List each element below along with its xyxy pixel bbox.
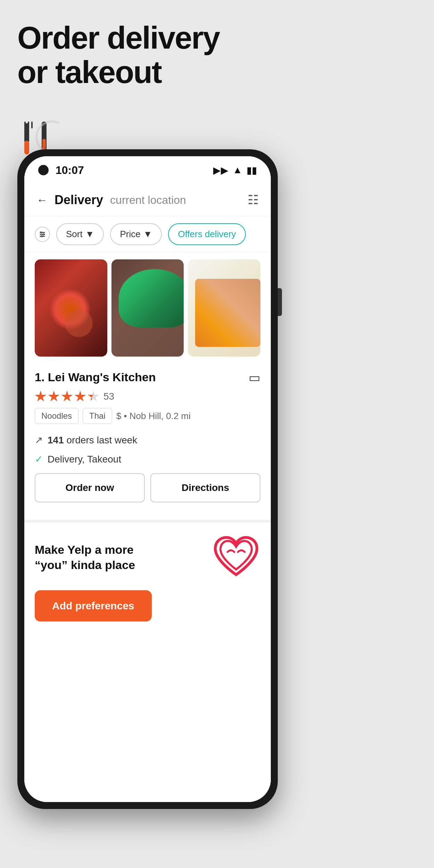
status-time: 10:07: [56, 164, 84, 177]
svg-rect-1: [24, 122, 26, 128]
directions-button[interactable]: Directions: [150, 473, 260, 502]
orders-text: 141 orders last week: [48, 435, 137, 446]
dot-separator: •: [124, 411, 129, 421]
hero-line2: or takeout: [17, 55, 219, 90]
promo-section: Make Yelp a more “you” kinda place A: [24, 520, 271, 632]
chevron-down-icon: ▼: [85, 229, 94, 240]
status-icons: ▶▶ ▲ ▮▮: [213, 165, 257, 176]
restaurant-info: 1. Lei Wang's Kitchen ▭ 5: [24, 364, 271, 516]
promo-text: Make Yelp a more “you” kinda place: [35, 542, 135, 573]
star-1: [35, 391, 47, 402]
phone-power-button: [278, 288, 282, 316]
orders-row: ↗ 141 orders last week: [35, 430, 260, 450]
offers-delivery-button[interactable]: Offers delivery: [168, 223, 245, 245]
header-title: Delivery: [55, 193, 103, 207]
orders-period: last week: [97, 435, 137, 445]
svg-point-7: [36, 122, 59, 153]
restaurant-location: $ • Nob Hill, 0.2 mi: [116, 411, 191, 422]
hero-line1: Order delivery: [17, 21, 219, 55]
star-4: [74, 391, 86, 402]
tag-thai[interactable]: Thai: [83, 408, 112, 424]
orders-count: 141: [48, 435, 64, 445]
phone-frame: 10:07 ▶▶ ▲ ▮▮ ← Delivery current locatio…: [17, 149, 278, 809]
food-image-3[interactable]: [188, 259, 260, 357]
filter-options-button[interactable]: [35, 227, 50, 242]
camera-dot: [38, 165, 49, 175]
food-images-row: [24, 252, 271, 364]
rating-count: 53: [103, 391, 114, 402]
star-5-half: [87, 391, 99, 402]
delivery-takeout-text: Delivery, Takeout: [48, 454, 121, 465]
svg-point-12: [43, 234, 44, 235]
star-rating: [35, 391, 99, 402]
header-location: current location: [110, 194, 186, 207]
status-bar-left: 10:07: [38, 164, 84, 177]
orders-label: orders: [67, 435, 94, 445]
price-indicator: $: [116, 411, 121, 421]
header: ← Delivery current location ☷: [24, 184, 271, 216]
promo-line1: Make Yelp a more: [35, 542, 135, 557]
area-distance: Nob Hill, 0.2 mi: [130, 411, 191, 421]
tags-row: Noodles Thai $ • Nob Hill, 0.2 mi: [35, 408, 260, 424]
yelp-heart-icon: [212, 535, 260, 580]
battery-icon: ▮▮: [247, 165, 257, 176]
bookmark-button[interactable]: ▭: [249, 370, 260, 385]
tag-noodles[interactable]: Noodles: [35, 408, 78, 424]
action-buttons: Order now Directions: [35, 473, 260, 509]
promo-line2: “you” kinda place: [35, 557, 135, 573]
wifi-icon: ▶▶: [213, 165, 228, 176]
signal-icon: ▲: [233, 165, 242, 176]
star-3: [61, 391, 73, 402]
add-preferences-button[interactable]: Add preferences: [35, 590, 152, 621]
food-image-2[interactable]: [111, 259, 184, 357]
restaurant-number: 1.: [35, 370, 44, 384]
price-button[interactable]: Price ▼: [110, 223, 162, 245]
svg-point-11: [41, 232, 42, 233]
filter-bar: Sort ▼ Price ▼ Offers delivery: [24, 216, 271, 252]
check-icon: ✓: [35, 453, 43, 465]
phone-container: 10:07 ▶▶ ▲ ▮▮ ← Delivery current locatio…: [17, 149, 278, 809]
rating-row: 53: [35, 391, 260, 402]
header-left: ← Delivery current location: [36, 193, 186, 207]
restaurant-title: Lei Wang's Kitchen: [48, 370, 156, 384]
back-button[interactable]: ←: [36, 194, 48, 207]
order-now-button[interactable]: Order now: [35, 473, 145, 502]
svg-rect-2: [28, 122, 29, 128]
app-content: ← Delivery current location ☷: [24, 184, 271, 802]
map-icon[interactable]: ☷: [248, 193, 259, 207]
restaurant-header: 1. Lei Wang's Kitchen ▭: [35, 370, 260, 385]
svg-point-13: [41, 235, 42, 237]
offers-delivery-label: Offers delivery: [178, 229, 236, 240]
star-2: [48, 391, 60, 402]
trending-icon: ↗: [35, 434, 43, 446]
food-image-1[interactable]: [35, 259, 107, 357]
restaurant-name: 1. Lei Wang's Kitchen: [35, 370, 156, 384]
hero-heading: Order delivery or takeout: [17, 21, 219, 90]
delivery-row: ✓ Delivery, Takeout: [35, 453, 260, 465]
price-label: Price: [120, 229, 140, 240]
sort-button[interactable]: Sort ▼: [56, 223, 104, 245]
sort-label: Sort: [66, 229, 83, 240]
svg-rect-3: [31, 122, 33, 128]
status-bar: 10:07 ▶▶ ▲ ▮▮: [24, 156, 271, 184]
price-chevron-icon: ▼: [143, 229, 152, 240]
phone-screen: 10:07 ▶▶ ▲ ▮▮ ← Delivery current locatio…: [24, 156, 271, 802]
promo-row: Make Yelp a more “you” kinda place: [35, 535, 260, 580]
